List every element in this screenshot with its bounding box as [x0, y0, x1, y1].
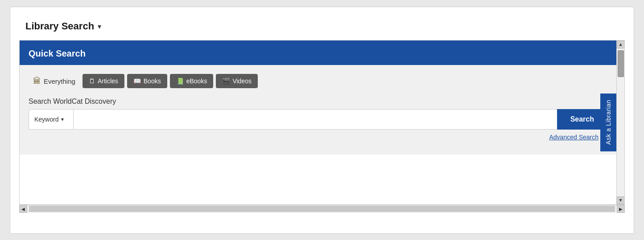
scroll-up-arrow[interactable]: ▲ — [617, 41, 625, 49]
quick-search-header: Quick Search — [20, 42, 616, 65]
h-scroll-track[interactable] — [29, 206, 615, 212]
vertical-scrollbar: ▲ ▼ — [616, 41, 624, 204]
tab-books-label: Books — [144, 77, 161, 85]
main-container: Library Search ▾ Quick Search 🏛 Everythi… — [10, 7, 634, 234]
keyword-chevron-icon: ▾ — [61, 116, 64, 122]
page-title: Library Search — [25, 20, 94, 32]
tab-articles[interactable]: 🗒 Articles — [83, 74, 124, 88]
tab-videos[interactable]: 🎬 Videos — [216, 74, 258, 88]
tabs-area: 🏛 Everything 🗒 Articles 📖 Books 📗 eBooks — [20, 65, 616, 89]
tab-everything[interactable]: 🏛 Everything — [29, 74, 80, 89]
advanced-search-row: Advanced Search — [20, 130, 616, 141]
advanced-search-link[interactable]: Advanced Search — [549, 134, 599, 141]
tab-videos-label: Videos — [232, 77, 252, 85]
scroll-down-arrow[interactable]: ▼ — [617, 196, 625, 204]
chevron-down-icon[interactable]: ▾ — [98, 22, 101, 31]
video-icon: 🎬 — [222, 77, 230, 85]
tab-books[interactable]: 📖 Books — [127, 74, 167, 88]
book-icon: 📖 — [133, 77, 141, 85]
library-icon: 🏛 — [33, 77, 41, 86]
scroll-right-arrow[interactable]: ▶ — [617, 205, 625, 213]
ebook-icon: 📗 — [176, 77, 184, 85]
tab-ebooks[interactable]: 📗 eBooks — [170, 74, 214, 88]
tab-ebooks-label: eBooks — [186, 77, 207, 85]
keyword-dropdown[interactable]: Keyword ▾ — [29, 109, 73, 130]
ask-librarian-button[interactable]: Ask a Librarian — [600, 94, 616, 151]
scroll-left-arrow[interactable]: ◀ — [19, 205, 27, 213]
search-row: Keyword ▾ Search — [20, 109, 616, 130]
quick-search-title: Quick Search — [29, 49, 86, 58]
scroll-thumb[interactable] — [618, 50, 624, 77]
keyword-label: Keyword — [34, 116, 58, 123]
search-worldcat-label: Search WorldCat Discovery — [20, 89, 616, 109]
article-icon: 🗒 — [89, 77, 95, 85]
search-input[interactable] — [73, 109, 557, 130]
tab-articles-label: Articles — [98, 77, 118, 85]
horizontal-scrollbar: ◀ ▶ — [19, 205, 625, 213]
header-row: Library Search ▾ — [19, 16, 625, 40]
scroll-container: Quick Search 🏛 Everything 🗒 Articles 📖 B… — [19, 40, 625, 205]
search-button[interactable]: Search — [557, 109, 607, 130]
ask-librarian-label: Ask a Librarian — [605, 100, 612, 145]
tab-everything-label: Everything — [44, 77, 75, 85]
content-area: Quick Search 🏛 Everything 🗒 Articles 📖 B… — [20, 42, 616, 155]
top-accent-bar — [20, 41, 616, 42]
